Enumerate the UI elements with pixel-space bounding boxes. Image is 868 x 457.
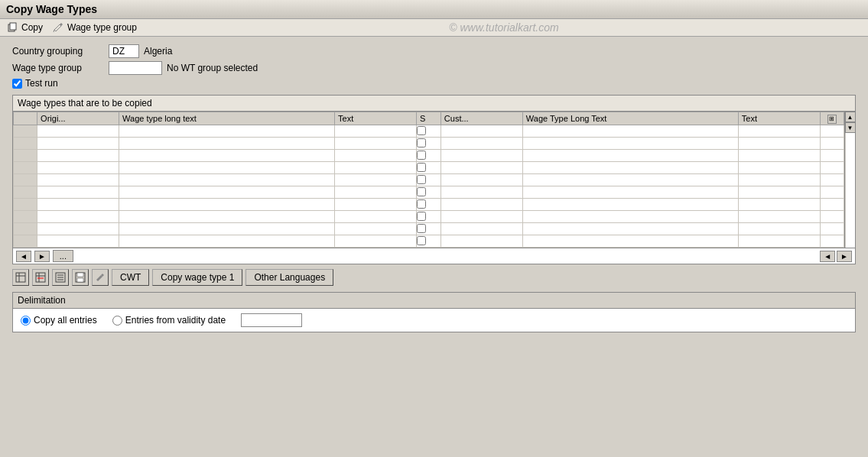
scroll-down-btn[interactable]: ▼ [845, 122, 856, 133]
scroll-left-btn[interactable]: ◄ [16, 251, 31, 262]
main-content: Country grouping Algeria Wage type group… [0, 37, 868, 340]
col-header-text: Text [335, 112, 417, 125]
delimitation-options: Copy all entries Entries from validity d… [21, 313, 847, 327]
row-checkbox[interactable] [417, 126, 426, 135]
wage-type-group-label: Wage type group [67, 22, 137, 33]
country-grouping-label: Country grouping [12, 46, 104, 57]
save-icon-btn[interactable] [72, 269, 89, 286]
table-row [14, 150, 844, 162]
test-run-row: Test run [12, 78, 856, 89]
country-grouping-input[interactable] [109, 44, 139, 58]
table-row [14, 235, 844, 248]
test-run-label[interactable]: Test run [25, 78, 58, 89]
scroll-up-btn[interactable]: ▲ [845, 112, 856, 122]
toolbar: Copy Wage type group © www.tutorialkart.… [0, 19, 868, 37]
nav-right2-btn[interactable]: ► [837, 251, 852, 262]
col-header-row-num [14, 112, 37, 125]
row-checkbox[interactable] [417, 163, 426, 172]
table-row [14, 223, 844, 235]
scroll-thumb [846, 133, 855, 248]
table-footer: ◄ ► ... ◄ ► [13, 248, 855, 264]
icon-btn-3[interactable] [52, 269, 69, 286]
row-checkbox[interactable] [417, 199, 426, 209]
vertical-scrollbar[interactable]: ▲ ▼ [844, 112, 855, 248]
wage-types-table-section: Wage types that are to be copied Origi..… [12, 95, 856, 264]
table-row [14, 125, 844, 138]
copy-all-radio[interactable] [21, 316, 31, 326]
title-bar: Copy Wage Types [0, 0, 868, 19]
delimitation-section: Delimitation Copy all entries Entries fr… [12, 292, 856, 332]
col-header-cust: Cust... [441, 112, 522, 125]
row-checkbox[interactable] [417, 187, 426, 196]
col-header-long-text: Wage type long text [119, 112, 335, 125]
nav-left2-btn[interactable]: ◄ [820, 251, 835, 262]
table-row [14, 174, 844, 186]
wage-type-group-toolbar-item[interactable]: Wage type group [52, 21, 137, 34]
cwt-text-btn[interactable]: CWT [112, 269, 149, 286]
wage-types-table: Origi... Wage type long text Text S Cust… [13, 112, 844, 248]
row-checkbox[interactable] [417, 175, 426, 184]
svg-rect-3 [16, 273, 25, 282]
row-checkbox[interactable] [417, 151, 426, 160]
row-checkbox[interactable] [417, 138, 426, 147]
svg-rect-16 [77, 278, 83, 282]
row-checkbox[interactable] [417, 212, 426, 221]
wage-type-group-label: Wage type group [12, 63, 104, 73]
col-header-orig: Origi... [37, 112, 119, 125]
copy-icon [6, 21, 18, 34]
table-row [14, 211, 844, 223]
scroll-right-btn[interactable]: ► [34, 251, 50, 262]
row-checkbox[interactable] [417, 236, 426, 245]
copy-all-label[interactable]: Copy all entries [34, 315, 97, 326]
row-checkbox[interactable] [417, 224, 426, 233]
svg-rect-1 [10, 23, 16, 30]
entries-from-label[interactable]: Entries from validity date [125, 315, 226, 326]
col-header-s: S [417, 112, 441, 125]
copy-toolbar-item[interactable]: Copy [6, 21, 43, 34]
wage-type-group-row: Wage type group No WT group selected [12, 61, 856, 75]
icon-btn-2[interactable] [32, 269, 49, 286]
copy-wage-type-btn[interactable]: Copy wage type 1 [152, 269, 242, 286]
table-row [14, 186, 844, 199]
country-grouping-row: Country grouping Algeria [12, 44, 856, 58]
table-section-label: Wage types that are to be copied [13, 96, 855, 112]
other-languages-btn[interactable]: Other Languages [245, 269, 333, 286]
svg-rect-15 [77, 273, 83, 277]
page-title: Copy Wage Types [6, 3, 97, 15]
validity-date-input[interactable] [241, 313, 302, 327]
icon-btn-1[interactable] [12, 269, 29, 286]
svg-line-2 [54, 30, 54, 32]
cwt-icon-btn[interactable] [92, 269, 109, 286]
no-wt-group-text: No WT group selected [167, 63, 258, 73]
watermark: © www.tutorialkart.com [146, 21, 862, 34]
entries-from-radio[interactable] [112, 316, 122, 326]
test-run-checkbox[interactable] [12, 79, 22, 89]
wage-type-group-input[interactable] [109, 61, 162, 75]
pencil-icon [52, 21, 64, 34]
country-name: Algeria [144, 46, 172, 57]
entries-from-option[interactable]: Entries from validity date [112, 315, 226, 326]
delimitation-title: Delimitation [13, 293, 855, 309]
col-header-wt-long-text: Wage Type Long Text [522, 112, 738, 125]
table-row [14, 199, 844, 211]
bottom-toolbar: CWT Copy wage type 1 Other Languages [12, 269, 856, 286]
copy-all-option[interactable]: Copy all entries [21, 315, 97, 326]
col-header-text2: Text [738, 112, 820, 125]
table-row [14, 138, 844, 150]
scroll-center-btn[interactable]: ... [53, 250, 73, 262]
col-selector-btn[interactable]: ⊞ [820, 112, 844, 125]
copy-label: Copy [21, 22, 43, 33]
svg-rect-6 [36, 273, 45, 282]
table-row [14, 162, 844, 174]
